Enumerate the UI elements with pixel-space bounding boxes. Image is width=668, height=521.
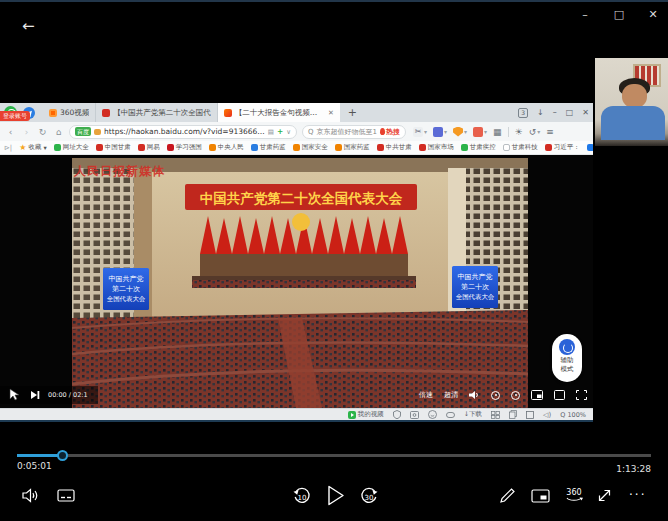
pip-icon[interactable] [531, 390, 543, 400]
download-tray-icon[interactable]: ↓ [537, 108, 544, 117]
bookmark-item[interactable]: 甘肃科技 [503, 143, 538, 152]
bookmark-item[interactable]: 甘肃疾控 [461, 143, 496, 152]
record-icon[interactable] [511, 391, 520, 400]
back-button[interactable]: ← [22, 17, 35, 35]
bookmark-item[interactable]: 国家安全 [293, 143, 328, 152]
seek-handle[interactable] [57, 450, 68, 461]
bookmark-icon [167, 144, 174, 151]
game-center-button[interactable]: ▾ [473, 127, 487, 137]
bookmark-item[interactable]: 国家药监 [335, 143, 370, 152]
boxes-icon[interactable] [491, 411, 500, 419]
bookmark-item[interactable]: 网易 [138, 143, 160, 152]
bookmark-item[interactable]: 国家市场 [419, 143, 454, 152]
search-box[interactable]: Q 京东超值好物低至1 热搜 [302, 125, 406, 139]
web-fullscreen-icon[interactable] [554, 390, 565, 400]
page-sound-icon[interactable]: ◁) [543, 411, 551, 419]
shield-icon [453, 127, 463, 137]
menu-icon[interactable]: ≡ [546, 127, 554, 137]
bookmark-item[interactable]: 中国甘肃 [96, 143, 131, 152]
bookmark-item[interactable]: 高德地图 [587, 143, 593, 152]
sidebar-toggle-icon[interactable]: ⊳| [4, 144, 12, 152]
minimize-button[interactable]: – [578, 8, 592, 21]
tab-favicon [102, 109, 110, 117]
day-night-mode-icon[interactable]: ☀ [515, 127, 523, 137]
seek-bar[interactable] [17, 452, 651, 458]
mirror-cast-icon[interactable] [491, 391, 500, 400]
rewind-10-button[interactable]: 10 [292, 486, 312, 506]
bookmark-item[interactable]: 中央人民 [209, 143, 244, 152]
hot-search-badge[interactable]: 热搜 [380, 127, 400, 137]
bookmark-item[interactable]: 学习强国 [167, 143, 202, 152]
tab-360-video[interactable]: 360视频 [43, 103, 96, 122]
new-tab-button[interactable]: + [340, 106, 365, 119]
more-options-button[interactable]: ··· [629, 488, 646, 502]
download-status-button[interactable]: ↓下载 [464, 410, 482, 419]
bookmark-icon [587, 144, 593, 151]
bookmark-icon [419, 144, 426, 151]
bookmark-item[interactable]: 网址大全 [54, 143, 89, 152]
reload-icon[interactable]: ↻ [37, 127, 48, 137]
reader-mode-icon[interactable]: ▤ [268, 128, 274, 136]
playback-speed-button[interactable]: 倍速 [419, 390, 433, 400]
forward-30-button[interactable]: 30 [359, 486, 379, 506]
tab-close-icon[interactable]: ✕ [328, 109, 334, 117]
copy-page-icon[interactable] [509, 410, 517, 419]
volume-button[interactable] [22, 488, 39, 503]
recently-closed-button[interactable]: ↺▾ [529, 127, 541, 137]
maximize-button[interactable]: □ [612, 8, 626, 21]
home-icon[interactable]: ⌂ [53, 127, 64, 137]
tab-congress-live[interactable]: 【中国共产党第二十次全国代 [96, 103, 218, 122]
presenter-webcam-overlay [595, 58, 668, 146]
site-camel-icon [94, 129, 101, 135]
haokan-left-controls: 00:00 / 02:1 [0, 386, 98, 404]
subtitles-button[interactable] [57, 489, 75, 503]
window-mode-icon[interactable] [526, 411, 534, 419]
volume-icon[interactable] [469, 390, 480, 400]
fullscreen-icon[interactable] [576, 390, 587, 400]
bookmark-item[interactable]: 中共甘肃 [377, 143, 412, 152]
quality-button[interactable]: 超清 [444, 390, 458, 400]
elapsed-time: 0:05:01 [17, 461, 52, 471]
bookmark-item[interactable]: 习近平： [545, 143, 580, 152]
tab-report-video-active[interactable]: 【二十大报告金句视频版… ✕ [218, 103, 340, 122]
game-icon[interactable] [446, 411, 455, 419]
360-view-button[interactable]: 360 [564, 487, 584, 504]
security-shield-button[interactable]: ▾ [453, 127, 467, 137]
bookmark-item[interactable]: 甘肃药监 [251, 143, 286, 152]
medal-shield-icon[interactable] [393, 410, 401, 419]
apps-grid-icon[interactable]: ▦ [493, 127, 502, 137]
login-account-badge[interactable]: 登录账号 [0, 111, 30, 121]
draw-pen-button[interactable] [499, 487, 516, 504]
url-dropdown-icon[interactable]: ∨ [286, 128, 291, 136]
browser-maximize-button[interactable]: □ [566, 108, 574, 117]
screenshot-icon[interactable] [410, 411, 419, 419]
my-videos-button[interactable]: 我的视频 [348, 410, 384, 419]
assist-mode-button[interactable]: 辅助 模式 [552, 334, 582, 382]
tab-count-badge[interactable]: 3 [518, 108, 528, 118]
close-button[interactable]: ✕ [646, 8, 660, 21]
haokan-right-controls: 倍速 超清 [419, 386, 587, 404]
emoji-feedback-icon[interactable] [428, 410, 437, 419]
nav-forward-icon[interactable]: › [21, 127, 32, 137]
bookmark-favorites[interactable]: ★收藏▾ [19, 143, 46, 152]
browser-minimize-button[interactable]: – [553, 108, 557, 117]
translate-extension-button[interactable]: ▾ [433, 127, 447, 137]
url-field[interactable]: 百度 https://haokan.baidu.com/v?vid=913666… [69, 125, 297, 139]
fullscreen-button[interactable] [596, 487, 613, 504]
mini-player-button[interactable] [531, 489, 550, 503]
browser-window-controls: 3 ↓ – □ ✕ [518, 103, 589, 122]
collect-page-icon[interactable]: + [277, 127, 283, 136]
nav-back-icon[interactable]: ‹ [5, 127, 16, 137]
screenshot-extension-button[interactable]: ✂▾ [413, 127, 427, 137]
play-button-with-cursor-icon[interactable] [8, 388, 22, 402]
seek-track[interactable] [17, 454, 651, 457]
recording-bottom-edge [0, 420, 593, 422]
banner-text: 中国共产党第二十次全国代表大会 [200, 190, 403, 206]
browser-close-button[interactable]: ✕ [582, 108, 589, 117]
next-video-icon[interactable] [30, 390, 40, 400]
flame-icon [380, 128, 385, 135]
congress-hall-video[interactable]: 中国共产党第二十次全国代表大会 中国共产党 第二十次 全国代表大会 中国共产党 … [72, 158, 528, 408]
zoom-level-button[interactable]: Q 100% [560, 411, 586, 419]
play-button[interactable] [327, 485, 345, 506]
tab-label: 【中国共产党第二十次全国代 [113, 108, 211, 118]
